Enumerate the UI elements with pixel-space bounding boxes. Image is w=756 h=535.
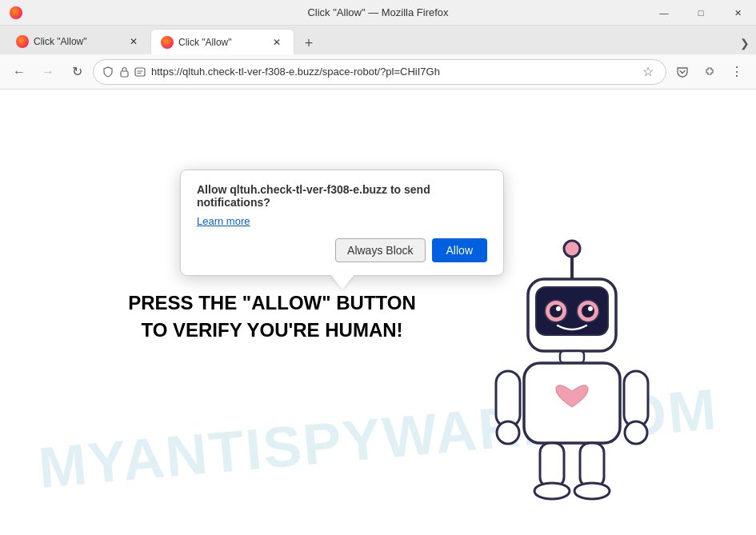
allow-button[interactable]: Allow bbox=[432, 238, 487, 262]
svg-point-3 bbox=[564, 241, 580, 257]
learn-more-link[interactable]: Learn more bbox=[197, 215, 250, 227]
svg-point-11 bbox=[588, 306, 593, 311]
svg-point-10 bbox=[556, 306, 561, 311]
main-text-block: PRESS THE "ALLOW" BUTTON TO VERIFY YOU'R… bbox=[104, 273, 440, 359]
titlebar: Click "Allow" — Mozilla Firefox — □ ✕ bbox=[0, 0, 756, 26]
maximize-button[interactable]: □ bbox=[682, 0, 719, 26]
tab-1-label: Click "Allow" bbox=[34, 36, 122, 47]
new-tab-button[interactable]: + bbox=[298, 32, 320, 54]
svg-rect-16 bbox=[624, 371, 648, 427]
tab-1-favicon-icon bbox=[16, 35, 29, 48]
svg-point-15 bbox=[497, 421, 519, 444]
forward-button[interactable]: → bbox=[35, 59, 61, 85]
address-text: https://qltuh.check-tl-ver-f308-e.buzz/s… bbox=[151, 66, 634, 78]
minimize-button[interactable]: — bbox=[646, 0, 682, 26]
popup-text: Allow qltuh.check-tl-ver-f308-e.buzz to … bbox=[197, 183, 487, 209]
extensions-button[interactable] bbox=[697, 59, 722, 85]
svg-rect-14 bbox=[496, 371, 520, 427]
svg-point-21 bbox=[574, 483, 610, 499]
tab-2-label: Click "Allow" bbox=[178, 37, 265, 48]
tab-1-close-button[interactable]: ✕ bbox=[126, 34, 141, 49]
tab-1[interactable]: Click "Allow" ✕ bbox=[6, 29, 150, 54]
svg-rect-0 bbox=[121, 71, 128, 77]
tabbar: Click "Allow" ✕ Click "Allow" ✕ + ❯ bbox=[0, 26, 756, 54]
back-button[interactable]: ← bbox=[6, 59, 32, 85]
page-content: MYANTISPYWARE.COM Allow qltuh.check-tl-v… bbox=[0, 90, 756, 535]
toolbar-actions: ⋮ bbox=[670, 59, 750, 85]
svg-rect-12 bbox=[560, 351, 584, 363]
toolbar: ← → ↻ https://qltuh.check-t bbox=[0, 54, 756, 90]
bookmark-star-icon[interactable]: ☆ bbox=[638, 62, 658, 82]
svg-point-9 bbox=[582, 305, 594, 317]
svg-point-17 bbox=[625, 421, 647, 444]
firefox-logo-icon bbox=[10, 6, 22, 19]
main-heading: PRESS THE "ALLOW" BUTTON TO VERIFY YOU'R… bbox=[120, 289, 424, 343]
pocket-button[interactable] bbox=[670, 59, 695, 85]
svg-rect-20 bbox=[580, 443, 604, 487]
titlebar-title: Click "Allow" — Mozilla Firefox bbox=[307, 6, 448, 18]
address-icons bbox=[102, 66, 146, 78]
window-controls: — □ ✕ bbox=[646, 0, 756, 26]
robot-illustration bbox=[484, 231, 724, 535]
lock-icon bbox=[118, 66, 130, 78]
svg-point-8 bbox=[550, 305, 562, 317]
close-button[interactable]: ✕ bbox=[719, 0, 756, 26]
tab-overflow-button[interactable]: ❯ bbox=[734, 32, 756, 54]
more-actions-button[interactable]: ⋮ bbox=[724, 59, 750, 85]
shield-icon bbox=[102, 66, 114, 78]
reload-button[interactable]: ↻ bbox=[64, 59, 90, 85]
popup-buttons: Always Block Allow bbox=[197, 238, 487, 262]
svg-point-19 bbox=[534, 483, 570, 499]
tab-2[interactable]: Click "Allow" ✕ bbox=[150, 29, 294, 54]
tab-2-close-button[interactable]: ✕ bbox=[270, 35, 284, 50]
always-block-button[interactable]: Always Block bbox=[335, 238, 425, 262]
tab-2-favicon-icon bbox=[161, 36, 174, 49]
notification-icon bbox=[134, 66, 146, 78]
address-bar[interactable]: https://qltuh.check-tl-ver-f308-e.buzz/s… bbox=[93, 59, 666, 85]
svg-rect-18 bbox=[540, 443, 564, 487]
notification-popup: Allow qltuh.check-tl-ver-f308-e.buzz to … bbox=[180, 170, 504, 276]
svg-rect-1 bbox=[135, 68, 145, 76]
